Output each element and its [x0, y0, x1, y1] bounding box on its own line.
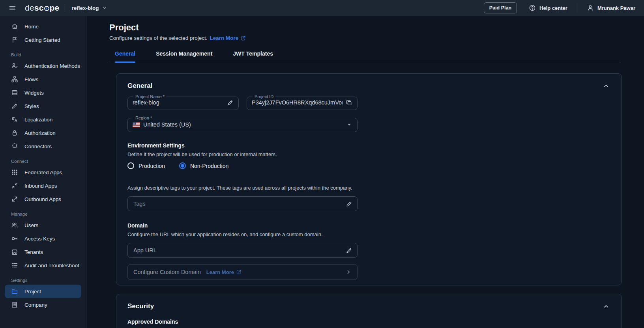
sidebar-item-flows[interactable]: Flows — [5, 73, 81, 86]
security-card: Security Approved Domains List of approv… — [116, 294, 622, 328]
sidebar: Home Getting Started Build Authenticatio… — [0, 16, 86, 328]
pencil-icon — [227, 99, 234, 106]
collapse-security-button[interactable] — [602, 302, 610, 311]
project-name-input[interactable] — [133, 99, 224, 106]
radio-label: Production — [139, 163, 165, 169]
sidebar-item-label: Users — [24, 222, 38, 228]
page-subtitle: Configure settings of the selected proje… — [109, 35, 207, 41]
sidebar-item-federated-apps[interactable]: Federated Apps — [5, 166, 81, 179]
approved-domains-heading: Approved Domains — [127, 319, 610, 325]
app-url-input[interactable] — [133, 247, 343, 254]
building-icon — [11, 248, 18, 255]
project-selector[interactable]: reflex-blog — [71, 5, 107, 11]
sidebar-item-company[interactable]: Company — [5, 298, 81, 311]
sidebar-item-project[interactable]: Project — [5, 285, 81, 298]
sidebar-item-styles[interactable]: Styles — [5, 99, 81, 113]
translate-icon — [11, 116, 18, 123]
sidebar-item-localization[interactable]: Localization — [5, 113, 81, 126]
sidebar-item-getting-started[interactable]: Getting Started — [5, 33, 81, 47]
tab-bar: General Session Management JWT Templates — [109, 48, 622, 62]
widgets-icon — [11, 89, 18, 96]
sidebar-item-users[interactable]: Users — [5, 218, 81, 232]
flowchart-icon — [11, 76, 18, 83]
project-selector-label: reflex-blog — [71, 5, 99, 11]
descope-logo: descpe — [25, 3, 59, 13]
divider — [577, 3, 577, 13]
users-icon — [11, 222, 18, 229]
person-check-icon — [11, 62, 18, 69]
sidebar-item-connectors[interactable]: Connectors — [5, 140, 81, 153]
sidebar-item-audit-and-troubleshoot[interactable]: Audit and Troubleshoot — [5, 259, 81, 272]
pencil-icon — [346, 247, 352, 254]
grid-icon — [11, 169, 18, 176]
sidebar-item-outbound-apps[interactable]: Outbound Apps — [5, 192, 81, 206]
sidebar-section-build: Build — [11, 52, 86, 57]
dropdown-caret-icon[interactable] — [346, 121, 352, 128]
paid-plan-button[interactable]: Paid Plan — [484, 2, 517, 13]
tags-input[interactable] — [133, 200, 343, 207]
tab-session-management[interactable]: Session Management — [156, 48, 212, 62]
divider — [65, 4, 65, 12]
radio-circle-selected[interactable] — [179, 162, 186, 169]
sidebar-item-inbound-apps[interactable]: Inbound Apps — [5, 179, 81, 192]
radio-production[interactable]: Production — [127, 162, 165, 169]
copy-project-id-button[interactable] — [346, 99, 352, 106]
edit-app-url-button[interactable] — [346, 247, 352, 254]
external-link-icon — [240, 35, 246, 41]
sidebar-item-label: Inbound Apps — [24, 183, 57, 189]
sidebar-item-label: Company — [24, 302, 47, 308]
help-icon — [529, 4, 536, 11]
project-id-field: Project ID — [247, 94, 358, 110]
tags-description: Assign descriptive tags to your project.… — [127, 185, 610, 191]
key-icon — [11, 235, 18, 242]
help-center-label: Help center — [539, 5, 567, 11]
sidebar-item-widgets[interactable]: Widgets — [5, 86, 81, 99]
sidebar-item-home[interactable]: Home — [5, 20, 81, 33]
custom-domain-learn-more-link[interactable]: Learn More — [206, 269, 242, 275]
sidebar-item-label: Federated Apps — [24, 170, 62, 175]
radio-non-production[interactable]: Non-Production — [179, 162, 228, 169]
collapse-general-button[interactable] — [602, 82, 610, 90]
external-link-icon — [236, 269, 242, 275]
sidebar-item-label: Widgets — [24, 90, 44, 96]
hamburger-menu-icon[interactable] — [9, 4, 16, 12]
sidebar-item-label: Localization — [24, 117, 52, 123]
folder-icon — [11, 288, 18, 295]
sidebar-item-label: Authorization — [24, 130, 56, 136]
project-name-label: Project Name * — [133, 94, 167, 99]
us-flag-icon — [133, 122, 140, 127]
sidebar-item-label: Project — [24, 289, 41, 294]
user-menu[interactable]: Mrunank Pawar — [587, 4, 635, 11]
flag-icon — [11, 36, 18, 43]
help-center-button[interactable]: Help center — [529, 4, 567, 11]
configure-custom-domain-row[interactable]: Configure Custom Domain Learn More — [127, 264, 358, 280]
list-icon — [11, 262, 18, 269]
region-label: Region * — [133, 116, 154, 120]
sidebar-item-access-keys[interactable]: Access Keys — [5, 232, 81, 245]
environment-settings-heading: Environment Settings — [127, 142, 610, 149]
edit-tags-button[interactable] — [346, 201, 352, 207]
environment-settings-description: Define if the project will be used for p… — [127, 151, 610, 157]
radio-circle[interactable] — [127, 162, 134, 169]
sidebar-item-tenants[interactable]: Tenants — [5, 245, 81, 259]
chevron-up-icon — [603, 82, 610, 89]
project-id-input[interactable] — [252, 99, 343, 106]
page-title: Project — [109, 22, 644, 33]
region-field[interactable]: Region * United States (US) — [127, 116, 358, 132]
tab-jwt-templates[interactable]: JWT Templates — [233, 48, 273, 62]
general-card: General Project Name * Project ID — [116, 73, 622, 285]
chevron-right-icon — [345, 269, 352, 275]
learn-more-link[interactable]: Learn More — [210, 35, 246, 41]
sidebar-item-authorization[interactable]: Authorization — [5, 126, 81, 140]
edit-project-name-button[interactable] — [227, 99, 234, 106]
arrows-inward-icon — [11, 182, 18, 189]
domain-heading: Domain — [127, 222, 610, 229]
sidebar-item-authentication-methods[interactable]: Authentication Methods — [5, 59, 81, 73]
tab-general[interactable]: General — [115, 48, 135, 62]
sidebar-item-label: Authentication Methods — [24, 63, 80, 69]
top-bar: descpe reflex-blog Paid Plan Help center… — [0, 0, 644, 16]
pencil-icon — [346, 201, 352, 207]
logo-text: de — [25, 3, 34, 13]
home-icon — [11, 23, 18, 30]
copy-icon — [346, 99, 352, 106]
